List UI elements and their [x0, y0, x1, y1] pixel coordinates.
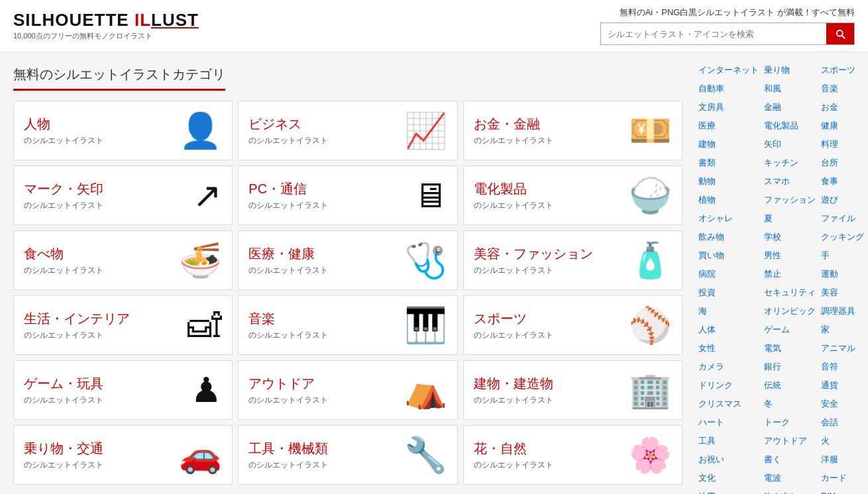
- sidebar-link[interactable]: 買い物: [696, 248, 761, 264]
- sidebar-link[interactable]: インターネット: [696, 62, 761, 78]
- category-card[interactable]: 工具・機械類 のシルエットイラスト 🔧: [238, 425, 457, 485]
- sidebar-link[interactable]: 金融: [761, 99, 818, 115]
- sidebar-link[interactable]: 手: [818, 248, 867, 264]
- sidebar-link[interactable]: 医療: [696, 118, 761, 134]
- sidebar-link[interactable]: 学校: [761, 229, 818, 245]
- sidebar-link[interactable]: オリンピック: [761, 303, 818, 319]
- sidebar-link[interactable]: 音楽: [818, 81, 867, 97]
- sidebar-link[interactable]: 禁止: [761, 266, 818, 282]
- sidebar-link[interactable]: 会話: [818, 415, 867, 430]
- sidebar-link[interactable]: 料理: [818, 136, 867, 152]
- sidebar-link[interactable]: 和風: [761, 81, 818, 97]
- sidebar-link[interactable]: 吹き出し: [761, 489, 818, 494]
- category-card[interactable]: マーク・矢印 のシルエットイラスト ↗: [13, 166, 233, 225]
- category-card[interactable]: ビジネス のシルエットイラスト 📈: [238, 101, 457, 160]
- sidebar-link[interactable]: 音符: [818, 359, 867, 375]
- sidebar-link[interactable]: 病院: [696, 266, 761, 282]
- search-button[interactable]: [826, 23, 854, 44]
- category-card[interactable]: 建物・建造物 のシルエットイラスト 🏢: [463, 360, 682, 420]
- sidebar-link[interactable]: 調理器具: [818, 303, 867, 319]
- sidebar-link[interactable]: 文化: [696, 470, 761, 486]
- sidebar-link[interactable]: スポーツ: [818, 62, 867, 78]
- sidebar-link[interactable]: 文房具: [696, 99, 761, 115]
- category-icon: ⛺: [404, 373, 447, 407]
- sidebar-link[interactable]: 美容: [818, 285, 867, 301]
- sidebar-link[interactable]: ハート: [696, 415, 761, 430]
- category-icon: 🩺: [404, 243, 447, 277]
- category-card[interactable]: 音楽 のシルエットイラスト 🎹: [238, 295, 457, 355]
- sidebar-link[interactable]: 動物: [696, 173, 761, 189]
- sidebar-link[interactable]: 電気: [761, 340, 818, 356]
- sidebar-link[interactable]: ファイル: [818, 211, 867, 226]
- sidebar-link[interactable]: 地図: [696, 489, 761, 494]
- sidebar-link[interactable]: セキュリティ: [761, 285, 818, 301]
- sidebar-link[interactable]: クリスマス: [696, 396, 761, 412]
- sidebar-link[interactable]: ゲーム: [761, 322, 818, 338]
- category-card[interactable]: 電化製品 のシルエットイラスト 🍚: [463, 166, 682, 225]
- sidebar-link[interactable]: 書く: [761, 452, 818, 468]
- sidebar-link[interactable]: 運動: [818, 266, 867, 282]
- sidebar-link[interactable]: 飲み物: [696, 229, 761, 245]
- sidebar-link[interactable]: 火: [818, 433, 867, 449]
- category-card[interactable]: お金・金融 のシルエットイラスト 💴: [463, 101, 682, 160]
- category-card[interactable]: 人物 のシルエットイラスト 👤: [13, 101, 233, 160]
- sidebar-link[interactable]: アウトドア: [761, 433, 818, 449]
- category-name: スポーツ: [474, 310, 553, 328]
- category-card[interactable]: PC・通信 のシルエットイラスト 🖥: [238, 166, 457, 225]
- sidebar-link[interactable]: カード: [818, 470, 867, 486]
- sidebar-link[interactable]: お金: [818, 99, 867, 115]
- category-card[interactable]: ゲーム・玩具 のシルエットイラスト ♟: [13, 360, 233, 420]
- sidebar-link[interactable]: ドリンク: [696, 377, 761, 393]
- category-sub: のシルエットイラスト: [248, 200, 328, 211]
- category-card[interactable]: 美容・ファッション のシルエットイラスト 🧴: [463, 230, 682, 290]
- sidebar-link[interactable]: 自動車: [696, 81, 761, 97]
- sidebar-link[interactable]: 男性: [761, 248, 818, 264]
- sidebar-link[interactable]: ファッション: [761, 192, 818, 208]
- sidebar-link[interactable]: アニマル: [818, 340, 867, 356]
- category-card[interactable]: 花・自然 のシルエットイラスト 🌸: [463, 425, 682, 485]
- sidebar-link[interactable]: トーク: [761, 415, 818, 430]
- sidebar-link[interactable]: 冬: [761, 396, 818, 412]
- sidebar-link[interactable]: 電化製品: [761, 118, 818, 134]
- category-icon: 🌸: [629, 438, 672, 472]
- sidebar-link[interactable]: 建物: [696, 136, 761, 152]
- sidebar-link[interactable]: 食事: [818, 173, 867, 189]
- sidebar-link[interactable]: 乗り物: [761, 62, 818, 78]
- category-card[interactable]: 食べ物 のシルエットイラスト 🍜: [13, 230, 233, 290]
- category-card[interactable]: スポーツ のシルエットイラスト ⚾: [463, 295, 682, 355]
- sidebar-link[interactable]: 遊び: [818, 192, 867, 208]
- header: SILHOUETTE ILLUST 10,000点のフリーの無料モノクロイラスト…: [0, 0, 868, 52]
- category-text: 食べ物 のシルエットイラスト: [24, 245, 103, 276]
- category-card[interactable]: 医療・健康 のシルエットイラスト 🩺: [238, 230, 457, 290]
- sidebar-link[interactable]: スマホ: [761, 173, 818, 189]
- sidebar-link[interactable]: 健康: [818, 118, 867, 134]
- category-icon: 🍜: [179, 243, 222, 277]
- sidebar-link[interactable]: クッキング: [818, 229, 867, 245]
- sidebar-link[interactable]: 海: [696, 303, 761, 319]
- sidebar-link[interactable]: カメラ: [696, 359, 761, 375]
- sidebar-link[interactable]: 書類: [696, 155, 761, 171]
- sidebar-link[interactable]: オシャレ: [696, 211, 761, 226]
- category-card[interactable]: 乗り物・交通 のシルエットイラスト 🚗: [13, 425, 233, 485]
- sidebar-link[interactable]: キッチン: [761, 155, 818, 171]
- sidebar-link[interactable]: 台所: [818, 155, 867, 171]
- sidebar-link[interactable]: 工具: [696, 433, 761, 449]
- category-card[interactable]: アウトドア のシルエットイラスト ⛺: [238, 360, 457, 420]
- sidebar-link[interactable]: 女性: [696, 340, 761, 356]
- sidebar-link[interactable]: 電波: [761, 470, 818, 486]
- sidebar-link[interactable]: 家: [818, 322, 867, 338]
- sidebar-link[interactable]: 夏: [761, 211, 818, 226]
- sidebar-link[interactable]: DIY: [818, 489, 867, 494]
- search-input[interactable]: [601, 25, 826, 44]
- sidebar-link[interactable]: 植物: [696, 192, 761, 208]
- sidebar-link[interactable]: 銀行: [761, 359, 818, 375]
- sidebar-link[interactable]: 人体: [696, 322, 761, 338]
- sidebar-link[interactable]: お祝い: [696, 452, 761, 468]
- sidebar-link[interactable]: 矢印: [761, 136, 818, 152]
- sidebar-link[interactable]: 伝統: [761, 377, 818, 393]
- sidebar-link[interactable]: 通貨: [818, 377, 867, 393]
- sidebar-link[interactable]: 安全: [818, 396, 867, 412]
- sidebar-link[interactable]: 洋服: [818, 452, 867, 468]
- category-card[interactable]: 生活・インテリア のシルエットイラスト 🛋: [13, 295, 233, 355]
- sidebar-link[interactable]: 投資: [696, 285, 761, 301]
